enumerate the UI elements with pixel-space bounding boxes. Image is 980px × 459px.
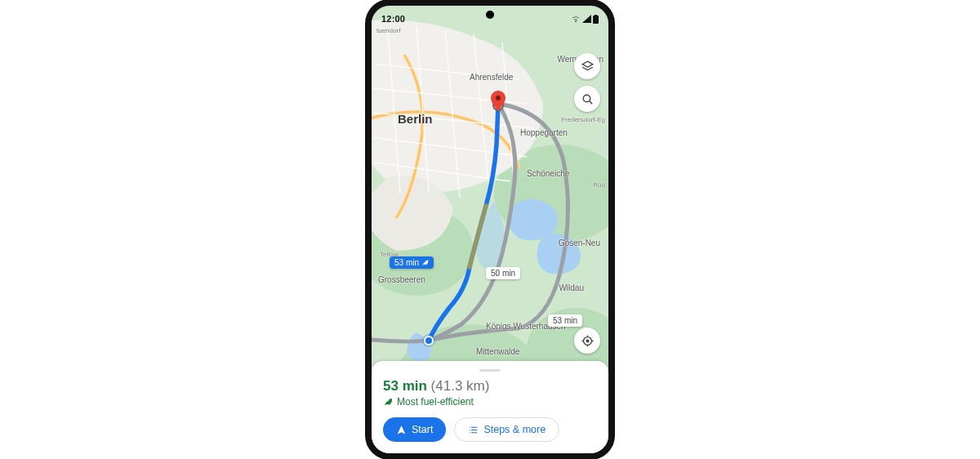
label-wildau: Wildau [559,283,584,292]
svg-point-6 [425,336,433,345]
camera-cutout [486,11,494,19]
alt-route-2-chip[interactable]: 53 min [548,314,582,327]
primary-route-time: 53 min [394,258,419,267]
label-grossbeeren: Grossbeeren [378,275,425,284]
list-icon [468,425,479,435]
primary-route-chip[interactable]: 53 min [390,256,434,269]
label-gosen: Gosen-Neu [559,238,600,247]
layers-icon [581,60,595,74]
label-ahrensfelde: Ahrensfelde [470,73,513,82]
eco-label: Most fuel-efficient [397,396,474,408]
route-duration: 53 min [383,378,427,394]
search-icon [581,92,595,106]
crosshair-icon [581,334,595,348]
label-schoneiche: Schöneiche [527,169,569,178]
layers-button[interactable] [574,53,600,79]
label-berlin: Berlin [398,112,433,126]
search-button[interactable] [574,86,600,112]
signal-icon [582,15,591,23]
steps-button[interactable]: Steps & more [454,417,559,442]
svg-point-12 [586,340,589,342]
svg-point-9 [496,96,501,100]
battery-icon [593,15,599,24]
recenter-button[interactable] [574,328,600,354]
route-summary-sheet[interactable]: 53 min (41.3 km) Most fuel-efficient Sta… [372,361,608,453]
route-headline: 53 min (41.3 km) [383,378,597,394]
start-button[interactable]: Start [383,417,446,442]
sheet-grabber[interactable] [479,369,501,372]
navigation-icon [396,425,407,435]
label-hoppegarten: Hoppegarten [520,128,568,137]
label-rud: Rüd [593,181,605,189]
label-mittenwalde: Mittenwalde [476,347,519,356]
status-icons [571,15,599,24]
status-time: 12:00 [381,14,405,24]
wifi-icon [571,15,581,23]
leaf-icon [421,259,429,266]
leaf-icon [383,397,393,407]
alt-route-1-chip[interactable]: 50 min [486,267,520,279]
route-distance: (41.3 km) [431,378,490,394]
phone-frame: 12:00 [365,0,615,459]
svg-point-10 [583,95,590,102]
label-fredersdorf: Fredersdorf-Eg [561,116,605,123]
eco-badge: Most fuel-efficient [383,396,597,408]
